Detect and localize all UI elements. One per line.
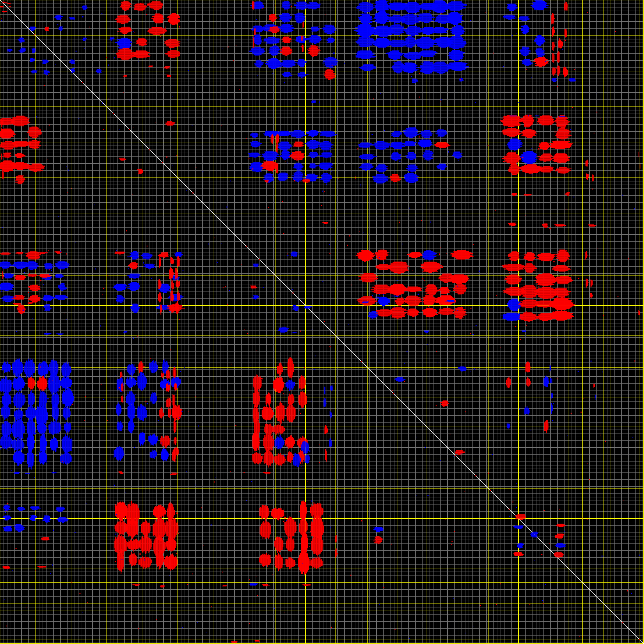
- dot-plot-canvas: [0, 0, 644, 644]
- dot-plot-figure: [0, 0, 644, 644]
